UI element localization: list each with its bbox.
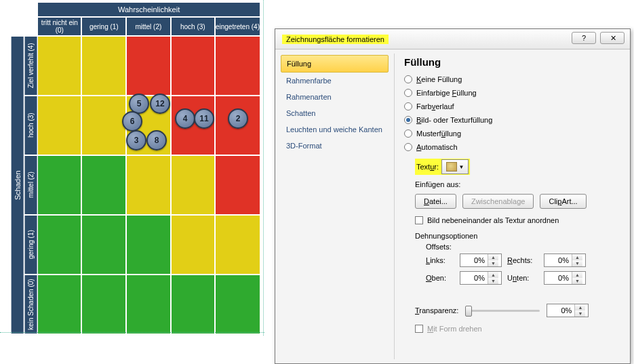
offset-right-label: Rechts: — [507, 256, 544, 264]
offset-top-spinner[interactable]: ▲▼ — [460, 271, 502, 285]
spin-down-icon[interactable]: ▼ — [572, 278, 582, 284]
fill-gradient-row[interactable]: Farbverlauf — [404, 100, 620, 113]
spin-down-icon[interactable]: ▼ — [488, 260, 498, 266]
texture-label: Textur: — [416, 163, 439, 171]
offset-right-input[interactable] — [544, 256, 572, 264]
texture-picker-button[interactable]: ▼ — [441, 159, 469, 174]
transparency-spinner[interactable]: ▲▼ — [547, 304, 589, 317]
cell-1-1[interactable] — [82, 96, 125, 155]
dialog-title: Zeichnungsfläche formatieren — [282, 35, 389, 44]
fill-gradient-label: Farbverlauf — [416, 102, 454, 110]
offset-bottom-spinner[interactable]: ▲▼ — [544, 271, 586, 285]
radio-icon — [404, 89, 412, 97]
nav-3dformat[interactable]: 3D-Format — [281, 138, 389, 154]
cell-4-3[interactable] — [172, 275, 214, 333]
damage-row-2: mittel (2) — [25, 156, 37, 214]
clipart-button[interactable]: ClipArt... — [540, 194, 586, 209]
spin-up-icon[interactable]: ▲ — [572, 272, 582, 278]
offset-bottom-label: Unten: — [507, 274, 544, 282]
slider-thumb-icon[interactable] — [465, 306, 472, 317]
offset-left-spinner[interactable]: ▲▼ — [460, 254, 502, 267]
offset-bottom-input[interactable] — [544, 274, 572, 282]
nav-shadow[interactable]: Schatten — [281, 105, 389, 121]
prob-col-2: mittel (2) — [127, 18, 170, 35]
cell-0-2[interactable] — [127, 37, 170, 95]
help-button[interactable]: ? — [572, 32, 596, 44]
spin-down-icon[interactable]: ▼ — [488, 278, 498, 284]
cell-3-4[interactable] — [216, 216, 260, 274]
transparency-row: Transparenz: ▲▼ — [415, 304, 620, 317]
dialog-nav: Füllung Rahmenfarbe Rahmenarten Schatten… — [275, 49, 394, 363]
prob-col-3: hoch (3) — [172, 18, 214, 35]
insert-from-buttons: Datei... Zwischenablage ClipArt... — [415, 194, 620, 209]
cell-2-3[interactable] — [172, 156, 214, 214]
risk-matrix: Wahrscheinlichkeit tritt nicht ein (0) g… — [10, 1, 261, 335]
cell-3-3[interactable] — [172, 216, 214, 274]
prob-col-1: gering (1) — [82, 18, 125, 35]
prob-col-4: eingetreten (4) — [216, 18, 260, 35]
drawing-canvas-border-v — [263, 0, 264, 336]
cell-3-0[interactable] — [38, 216, 81, 274]
spin-up-icon[interactable]: ▲ — [572, 254, 582, 260]
file-button[interactable]: Datei... — [415, 194, 456, 209]
spin-down-icon[interactable]: ▼ — [575, 310, 585, 317]
rotate-check-row[interactable]: Mit Form drehen — [415, 323, 620, 335]
fill-none-row[interactable]: Keine Füllung — [404, 73, 620, 85]
checkbox-icon — [415, 325, 423, 333]
risk-bubble-6[interactable]: 6 — [122, 111, 142, 132]
transparency-slider[interactable] — [465, 305, 540, 316]
cell-0-4[interactable] — [216, 37, 260, 95]
risk-bubble-11[interactable]: 11 — [194, 108, 214, 129]
cell-0-3[interactable] — [172, 37, 214, 95]
risk-bubble-4[interactable]: 4 — [175, 108, 195, 129]
tile-check-row[interactable]: Bild nebeneinander als Textur anordnen — [415, 214, 620, 226]
risk-bubble-12[interactable]: 12 — [150, 94, 170, 114]
texture-swatch-icon — [446, 162, 457, 171]
spin-up-icon[interactable]: ▲ — [575, 304, 585, 310]
radio-icon — [404, 75, 412, 83]
matrix-corner — [12, 3, 37, 35]
nav-glow[interactable]: Leuchten und weiche Kanten — [281, 121, 389, 138]
nav-fill[interactable]: Füllung — [281, 55, 389, 73]
cell-1-0[interactable] — [38, 96, 81, 155]
spin-down-icon[interactable]: ▼ — [572, 260, 582, 266]
cell-2-4[interactable] — [216, 156, 260, 214]
cell-4-4[interactable] — [216, 275, 260, 333]
nav-bordercolor[interactable]: Rahmenfarbe — [281, 73, 389, 89]
cell-0-0[interactable] — [38, 37, 81, 95]
close-button[interactable]: ✕ — [600, 32, 625, 44]
clipboard-button: Zwischenablage — [462, 194, 534, 209]
transparency-input[interactable] — [547, 306, 574, 315]
fill-pattern-row[interactable]: Musterfüllung — [404, 127, 620, 140]
damage-row-4: kein Schaden (0) — [25, 275, 37, 333]
drawing-canvas-border-h — [0, 332, 264, 333]
cell-4-1[interactable] — [82, 275, 125, 333]
nav-borderstyles[interactable]: Rahmenarten — [281, 89, 389, 105]
risk-bubble-3[interactable]: 3 — [126, 130, 146, 150]
fill-solid-row[interactable]: Einfarbige Füllung — [404, 87, 620, 99]
cell-0-1[interactable] — [82, 37, 125, 95]
cell-4-2[interactable] — [127, 275, 170, 333]
dialog-titlebar[interactable]: Zeichnungsfläche formatieren ? ✕ — [275, 29, 630, 49]
offset-left-label: Links: — [426, 256, 460, 264]
fill-auto-row[interactable]: Automatisch — [404, 141, 620, 153]
fill-solid-label: Einfarbige Füllung — [416, 89, 477, 97]
cell-4-0[interactable] — [38, 275, 81, 333]
cell-3-2[interactable] — [127, 216, 170, 274]
damage-row-1: hoch (3) — [25, 96, 37, 155]
cell-2-0[interactable] — [38, 156, 81, 214]
stretch-label: Dehnungsoptionen — [415, 232, 620, 240]
fill-picture-row[interactable]: Bild- oder Texturfüllung — [404, 114, 620, 126]
offset-right-spinner[interactable]: ▲▼ — [544, 254, 586, 267]
rotate-check-label: Mit Form drehen — [427, 325, 482, 333]
risk-bubble-2[interactable]: 2 — [228, 108, 248, 129]
spin-up-icon[interactable]: ▲ — [488, 272, 498, 278]
offset-top-input[interactable] — [460, 274, 488, 282]
cell-2-2[interactable] — [127, 156, 170, 214]
cell-3-1[interactable] — [82, 216, 125, 274]
offset-left-input[interactable] — [460, 256, 488, 264]
radio-icon — [404, 129, 412, 138]
spin-up-icon[interactable]: ▲ — [488, 254, 498, 260]
cell-2-1[interactable] — [82, 156, 125, 214]
risk-bubble-8[interactable]: 8 — [146, 130, 167, 150]
